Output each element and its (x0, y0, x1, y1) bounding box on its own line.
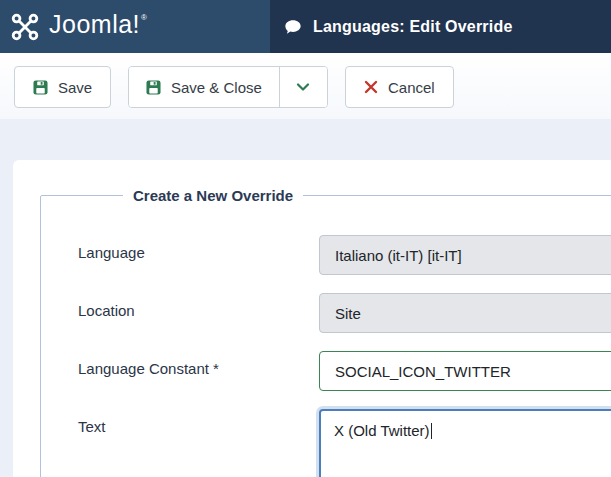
language-constant-input[interactable] (319, 351, 611, 391)
text-caret (431, 423, 432, 439)
title-bar: Languages: Edit Override (270, 0, 611, 53)
save-floppy-icon (146, 80, 161, 95)
create-override-fieldset: Create a New Override Language Location … (40, 187, 611, 477)
save-button[interactable]: Save (14, 66, 111, 108)
cancel-x-icon (364, 80, 378, 94)
joomla-logo-icon (10, 12, 40, 42)
admin-header: Joomla!® Languages: Edit Override (0, 0, 611, 53)
text-input[interactable]: X (Old Twitter) (319, 409, 611, 477)
save-options-dropdown-toggle[interactable] (279, 67, 327, 107)
save-floppy-icon (33, 80, 48, 95)
edit-override-card: Create a New Override Language Location … (13, 160, 611, 477)
save-button-label: Save (58, 79, 92, 96)
chevron-down-icon (295, 79, 311, 95)
text-input-value: X (Old Twitter) (334, 422, 430, 439)
language-input (319, 235, 611, 275)
brand-area[interactable]: Joomla!® (0, 0, 270, 53)
cancel-button-label: Cancel (388, 79, 435, 96)
fieldset-legend: Create a New Override (123, 187, 303, 204)
comment-icon (284, 18, 302, 36)
text-field-row: Text X (Old Twitter) (78, 409, 611, 477)
text-label: Text (78, 409, 319, 477)
save-and-close-label: Save & Close (171, 79, 262, 96)
main-content: Create a New Override Language Location … (0, 119, 611, 477)
language-field-row: Language (78, 235, 611, 275)
location-input (319, 293, 611, 333)
save-close-button-group: Save & Close (128, 66, 328, 108)
location-label: Location (78, 293, 319, 333)
cancel-button[interactable]: Cancel (345, 66, 454, 108)
location-field-row: Location (78, 293, 611, 333)
language-constant-label: Language Constant * (78, 351, 319, 391)
language-constant-field-row: Language Constant * (78, 351, 611, 391)
registered-mark: ® (141, 14, 147, 22)
save-and-close-button[interactable]: Save & Close (129, 67, 279, 107)
page-title: Languages: Edit Override (313, 18, 513, 36)
language-label: Language (78, 235, 319, 275)
toolbar: Save Save & Close Cancel (0, 53, 611, 119)
brand-wordmark: Joomla!® (49, 12, 147, 41)
